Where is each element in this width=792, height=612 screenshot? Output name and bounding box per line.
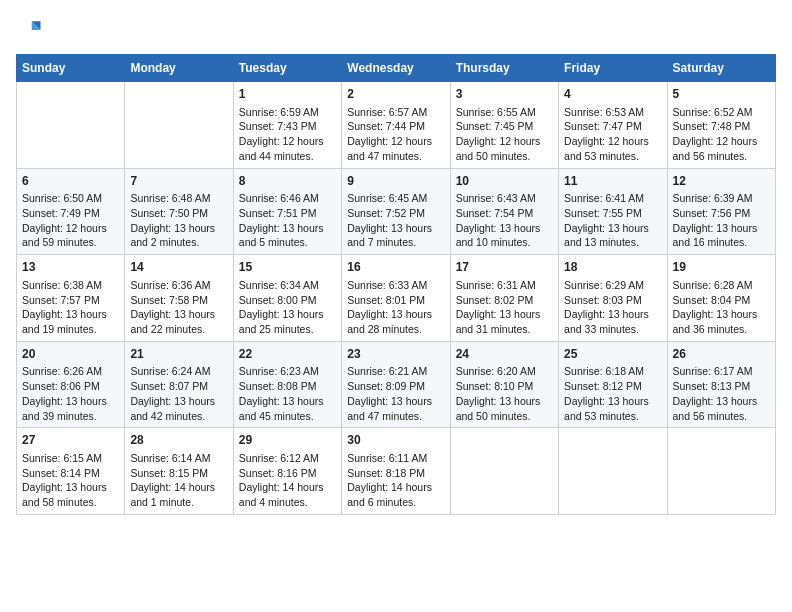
cell-info: Daylight: 13 hours and 39 minutes. — [22, 394, 119, 423]
day-header-sunday: Sunday — [17, 55, 125, 82]
calendar-cell: 10Sunrise: 6:43 AMSunset: 7:54 PMDayligh… — [450, 168, 558, 255]
day-number: 6 — [22, 173, 119, 190]
cell-info: Daylight: 13 hours and 28 minutes. — [347, 307, 444, 336]
cell-info: Daylight: 13 hours and 16 minutes. — [673, 221, 770, 250]
cell-info: Daylight: 13 hours and 36 minutes. — [673, 307, 770, 336]
calendar-cell: 3Sunrise: 6:55 AMSunset: 7:45 PMDaylight… — [450, 82, 558, 169]
cell-info: Sunset: 8:13 PM — [673, 379, 770, 394]
calendar-cell — [17, 82, 125, 169]
day-number: 16 — [347, 259, 444, 276]
cell-info: Sunset: 7:50 PM — [130, 206, 227, 221]
cell-info: Sunset: 8:03 PM — [564, 293, 661, 308]
calendar-cell: 19Sunrise: 6:28 AMSunset: 8:04 PMDayligh… — [667, 255, 775, 342]
day-header-tuesday: Tuesday — [233, 55, 341, 82]
cell-info: Sunrise: 6:28 AM — [673, 278, 770, 293]
cell-info: Daylight: 14 hours and 4 minutes. — [239, 480, 336, 509]
cell-info: Sunrise: 6:43 AM — [456, 191, 553, 206]
cell-info: Sunset: 7:49 PM — [22, 206, 119, 221]
cell-info: Sunset: 7:48 PM — [673, 119, 770, 134]
cell-info: Sunrise: 6:18 AM — [564, 364, 661, 379]
calendar-cell: 20Sunrise: 6:26 AMSunset: 8:06 PMDayligh… — [17, 341, 125, 428]
cell-info: Daylight: 13 hours and 47 minutes. — [347, 394, 444, 423]
day-header-wednesday: Wednesday — [342, 55, 450, 82]
cell-info: Daylight: 13 hours and 58 minutes. — [22, 480, 119, 509]
calendar-cell: 7Sunrise: 6:48 AMSunset: 7:50 PMDaylight… — [125, 168, 233, 255]
day-number: 8 — [239, 173, 336, 190]
header-row: SundayMondayTuesdayWednesdayThursdayFrid… — [17, 55, 776, 82]
cell-info: Sunset: 7:43 PM — [239, 119, 336, 134]
day-number: 7 — [130, 173, 227, 190]
cell-info: Sunset: 7:47 PM — [564, 119, 661, 134]
day-number: 11 — [564, 173, 661, 190]
calendar-cell — [450, 428, 558, 515]
cell-info: Daylight: 12 hours and 47 minutes. — [347, 134, 444, 163]
cell-info: Sunset: 7:51 PM — [239, 206, 336, 221]
cell-info: Sunrise: 6:45 AM — [347, 191, 444, 206]
calendar-cell: 15Sunrise: 6:34 AMSunset: 8:00 PMDayligh… — [233, 255, 341, 342]
cell-info: Sunset: 7:44 PM — [347, 119, 444, 134]
cell-info: Sunset: 8:04 PM — [673, 293, 770, 308]
day-number: 1 — [239, 86, 336, 103]
cell-info: Sunset: 7:57 PM — [22, 293, 119, 308]
calendar-cell: 1Sunrise: 6:59 AMSunset: 7:43 PMDaylight… — [233, 82, 341, 169]
cell-info: Daylight: 13 hours and 10 minutes. — [456, 221, 553, 250]
cell-info: Sunrise: 6:50 AM — [22, 191, 119, 206]
calendar-cell: 17Sunrise: 6:31 AMSunset: 8:02 PMDayligh… — [450, 255, 558, 342]
calendar-cell — [559, 428, 667, 515]
cell-info: Daylight: 14 hours and 1 minute. — [130, 480, 227, 509]
week-row-5: 27Sunrise: 6:15 AMSunset: 8:14 PMDayligh… — [17, 428, 776, 515]
cell-info: Daylight: 12 hours and 59 minutes. — [22, 221, 119, 250]
day-number: 29 — [239, 432, 336, 449]
calendar-cell: 6Sunrise: 6:50 AMSunset: 7:49 PMDaylight… — [17, 168, 125, 255]
day-number: 17 — [456, 259, 553, 276]
day-number: 13 — [22, 259, 119, 276]
calendar-cell: 28Sunrise: 6:14 AMSunset: 8:15 PMDayligh… — [125, 428, 233, 515]
calendar-cell: 4Sunrise: 6:53 AMSunset: 7:47 PMDaylight… — [559, 82, 667, 169]
cell-info: Daylight: 13 hours and 19 minutes. — [22, 307, 119, 336]
day-number: 15 — [239, 259, 336, 276]
calendar-cell: 25Sunrise: 6:18 AMSunset: 8:12 PMDayligh… — [559, 341, 667, 428]
day-number: 25 — [564, 346, 661, 363]
cell-info: Daylight: 13 hours and 22 minutes. — [130, 307, 227, 336]
calendar-cell — [125, 82, 233, 169]
day-number: 20 — [22, 346, 119, 363]
cell-info: Sunrise: 6:14 AM — [130, 451, 227, 466]
cell-info: Daylight: 13 hours and 2 minutes. — [130, 221, 227, 250]
cell-info: Sunset: 7:56 PM — [673, 206, 770, 221]
day-number: 10 — [456, 173, 553, 190]
day-number: 23 — [347, 346, 444, 363]
cell-info: Sunset: 8:09 PM — [347, 379, 444, 394]
calendar-cell: 21Sunrise: 6:24 AMSunset: 8:07 PMDayligh… — [125, 341, 233, 428]
calendar-cell — [667, 428, 775, 515]
day-number: 22 — [239, 346, 336, 363]
cell-info: Sunrise: 6:26 AM — [22, 364, 119, 379]
cell-info: Sunrise: 6:46 AM — [239, 191, 336, 206]
cell-info: Sunrise: 6:57 AM — [347, 105, 444, 120]
cell-info: Sunset: 8:02 PM — [456, 293, 553, 308]
cell-info: Daylight: 13 hours and 5 minutes. — [239, 221, 336, 250]
day-number: 3 — [456, 86, 553, 103]
day-number: 26 — [673, 346, 770, 363]
calendar-cell: 11Sunrise: 6:41 AMSunset: 7:55 PMDayligh… — [559, 168, 667, 255]
cell-info: Sunrise: 6:15 AM — [22, 451, 119, 466]
cell-info: Daylight: 12 hours and 50 minutes. — [456, 134, 553, 163]
cell-info: Sunset: 8:08 PM — [239, 379, 336, 394]
calendar-cell: 2Sunrise: 6:57 AMSunset: 7:44 PMDaylight… — [342, 82, 450, 169]
cell-info: Daylight: 13 hours and 56 minutes. — [673, 394, 770, 423]
calendar-cell: 5Sunrise: 6:52 AMSunset: 7:48 PMDaylight… — [667, 82, 775, 169]
calendar-cell: 30Sunrise: 6:11 AMSunset: 8:18 PMDayligh… — [342, 428, 450, 515]
cell-info: Sunset: 8:00 PM — [239, 293, 336, 308]
day-number: 27 — [22, 432, 119, 449]
calendar-cell: 27Sunrise: 6:15 AMSunset: 8:14 PMDayligh… — [17, 428, 125, 515]
calendar-cell: 9Sunrise: 6:45 AMSunset: 7:52 PMDaylight… — [342, 168, 450, 255]
calendar-cell: 16Sunrise: 6:33 AMSunset: 8:01 PMDayligh… — [342, 255, 450, 342]
cell-info: Sunrise: 6:29 AM — [564, 278, 661, 293]
cell-info: Sunrise: 6:39 AM — [673, 191, 770, 206]
cell-info: Daylight: 12 hours and 44 minutes. — [239, 134, 336, 163]
cell-info: Sunrise: 6:55 AM — [456, 105, 553, 120]
day-number: 4 — [564, 86, 661, 103]
cell-info: Daylight: 13 hours and 7 minutes. — [347, 221, 444, 250]
day-number: 24 — [456, 346, 553, 363]
day-number: 14 — [130, 259, 227, 276]
day-header-friday: Friday — [559, 55, 667, 82]
